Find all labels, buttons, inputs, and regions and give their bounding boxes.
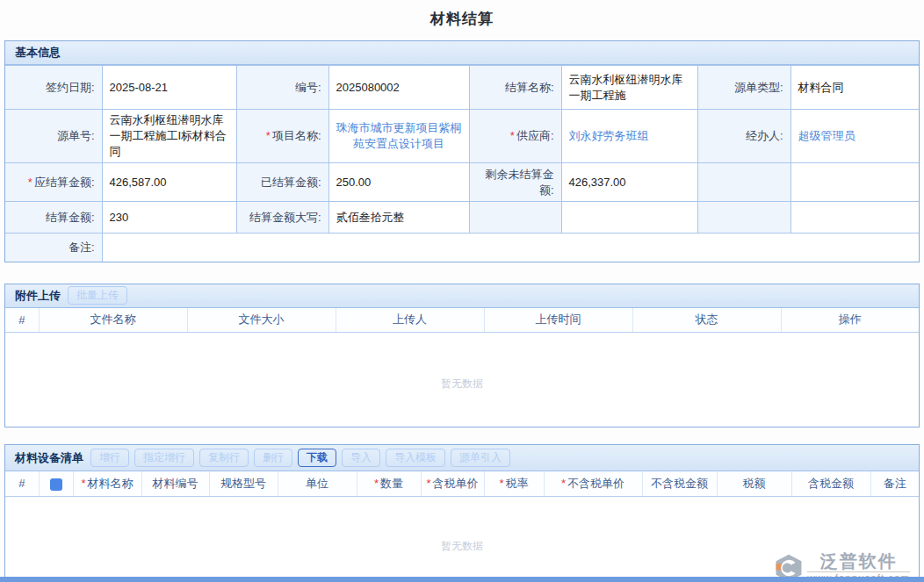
field-label-settled-amount: 已结算金额: [236,163,328,202]
col-file-size: 文件大小 [187,308,336,333]
field-label-source-type: 源单类型: [697,66,790,110]
required-marker: * [426,477,430,490]
col-tax-amount: 税额 [717,471,791,496]
field-value-project-name: 珠海市城市更新项目紫桐苑安置点设计项目 [328,110,469,163]
attachments-table: # 文件名称 文件大小 上传人 上传时间 状态 操作 [5,308,919,334]
basic-info-section: 基本信息 签约日期: 2025-08-21 编号: 2025080002 结算名… [4,40,920,262]
delete-row-button[interactable]: 删行 [254,449,292,467]
required-marker: * [28,176,32,189]
field-label-text: 源单类型: [734,81,783,94]
basic-info-row-2: 源单号: 云南水利枢纽潜明水库一期工程施工I标材料合同 *项目名称: 珠海市城市… [5,110,919,163]
basic-info-row-5: 备注: [5,234,919,262]
operator-link[interactable]: 超级管理员 [798,129,855,142]
basic-info-row-3: *应结算金额: 426,587.00 已结算金额: 250.00 剩余未结算金额… [5,163,919,202]
materials-table: # *材料名称 材料编号 规格型号 单位 *数量 *含税单价 *税率 *不含税单… [5,471,919,497]
col-spec-model: 规格型号 [209,471,278,496]
field-label-source-no: 源单号: [5,110,102,163]
required-marker: * [81,477,85,490]
col-label: 材料名称 [88,477,134,490]
field-label-operator: 经办人: [697,110,790,163]
watermark-brand: 泛普软件 [820,552,898,570]
field-value-due-amount: 426,587.00 [102,163,236,202]
import-button[interactable]: 导入 [342,449,380,467]
field-label-text: 源单号: [57,129,95,142]
attachments-header-row: # 文件名称 文件大小 上传人 上传时间 状态 操作 [5,308,919,333]
field-label-text: 已结算金额: [261,176,321,189]
field-label-text: 签约日期: [46,81,95,94]
materials-title: 材料设备清单 [15,450,83,466]
field-label-text: 备注: [69,241,95,254]
add-row-button[interactable]: 增行 [90,449,129,467]
materials-empty-body: 暂无数据 泛普软件 www.fanpusoft.com [5,497,919,582]
project-name-link[interactable]: 珠海市城市更新项目紫桐苑安置点设计项目 [336,121,462,150]
source-import-button[interactable]: 源单引入 [451,449,510,467]
attachments-empty-text: 暂无数据 [5,333,919,392]
col-actions: 操作 [781,308,919,333]
basic-info-row-4: 结算金额: 230 结算金额大写: 贰佰叁拾元整 [5,202,919,234]
batch-upload-button[interactable]: 批量上传 [68,286,127,305]
copy-row-button[interactable]: 复制行 [199,449,249,467]
empty-cell [790,163,919,202]
field-value-settled-amount: 250.00 [328,163,469,202]
field-value-supplier: 刘永好劳务班组 [561,110,697,163]
field-label-remark: 备注: [5,234,102,262]
empty-cell [697,163,790,202]
supplier-link[interactable]: 刘永好劳务班组 [569,129,649,142]
col-label: 税率 [506,477,529,490]
empty-cell [790,202,919,234]
field-label-settle-amount-caps: 结算金额大写: [236,202,328,234]
attachments-title: 附件上传 [15,288,61,304]
select-all-checkbox[interactable] [50,478,62,491]
import-template-button[interactable]: 导入模板 [386,449,445,467]
field-label-remaining-amount: 剩余未结算金额: [469,163,561,202]
field-label-number: 编号: [236,66,328,110]
required-marker: * [266,129,271,142]
col-index: # [5,308,39,333]
field-label-text: 供应商: [516,129,554,142]
basic-info-header: 基本信息 [5,41,919,65]
col-upload-time: 上传时间 [484,308,632,333]
page-bottom-bar [0,577,924,582]
attachments-header: 附件上传 批量上传 [5,284,919,308]
materials-toolbar: 增行 指定增行 复制行 删行 下载 导入 导入模板 源单引入 [90,449,510,467]
col-file-name: 文件名称 [39,308,187,333]
field-value-operator: 超级管理员 [790,110,919,163]
field-value-sign-date: 2025-08-21 [102,66,236,110]
col-label: 数量 [380,477,403,490]
insert-row-button[interactable]: 指定增行 [134,449,194,467]
page-title: 材料结算 [0,0,924,40]
required-marker: * [374,477,379,490]
field-label-text: 编号: [295,81,321,94]
col-material-name: *材料名称 [73,471,141,496]
field-label-due-amount: *应结算金额: [5,163,102,202]
col-tax-rate: *税率 [484,471,544,496]
col-remark: 备注 [870,471,919,496]
download-button[interactable]: 下载 [298,449,336,467]
material-settlement-page: { "page": { "title": "材料结算" }, "misc": {… [0,0,924,582]
empty-cell [561,202,697,234]
attachments-empty-body: 暂无数据 [5,333,919,427]
materials-empty-text: 暂无数据 [5,497,919,554]
field-value-remark [102,234,919,262]
col-price-with-tax: *含税单价 [421,471,484,496]
materials-header-row: # *材料名称 材料编号 规格型号 单位 *数量 *含税单价 *税率 *不含税单… [5,471,919,496]
field-value-source-type: 材料合同 [790,66,919,110]
field-label-text: 结算金额: [46,211,95,224]
col-amount-no-tax: 不含税金额 [642,471,717,496]
basic-info-title: 基本信息 [15,45,61,61]
required-marker: * [510,129,515,142]
basic-info-grid: 签约日期: 2025-08-21 编号: 2025080002 结算名称: 云南… [5,65,919,262]
col-uploader: 上传人 [336,308,484,333]
field-value-remaining-amount: 426,337.00 [561,163,697,202]
field-value-settle-amount: 230 [102,202,236,234]
field-label-text: 经办人: [746,129,783,142]
field-value-settle-amount-caps: 贰佰叁拾元整 [328,202,469,234]
field-label-supplier: *供应商: [469,110,561,163]
col-status: 状态 [632,308,781,333]
empty-cell [697,202,790,234]
field-label-text: 项目名称: [272,129,321,142]
required-marker: * [561,477,566,490]
col-material-code: 材料编号 [141,471,209,496]
field-label-text: 结算名称: [505,81,554,94]
materials-section: 材料设备清单 增行 指定增行 复制行 删行 下载 导入 导入模板 源单引入 # … [4,444,920,582]
